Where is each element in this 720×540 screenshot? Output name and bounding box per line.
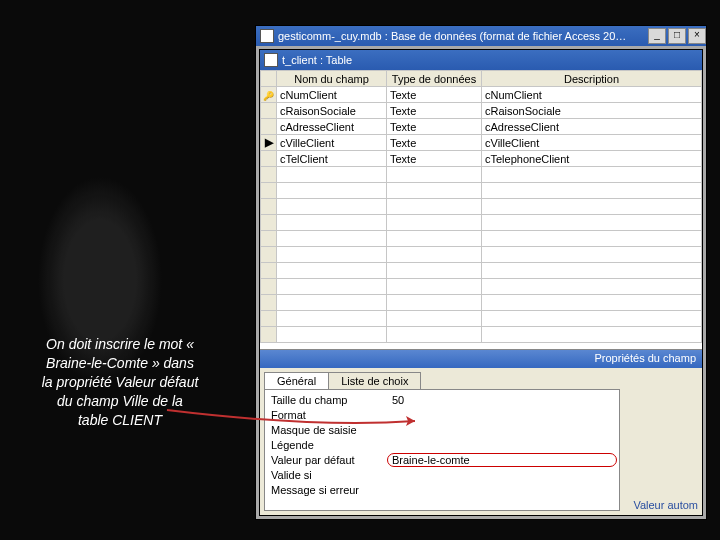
cell-desc[interactable]: cRaisonSociale — [482, 103, 702, 119]
empty-cell[interactable] — [277, 183, 387, 199]
prop-label: Valeur par défaut — [267, 454, 387, 466]
cell-type[interactable]: Texte — [387, 103, 482, 119]
table-icon — [264, 53, 278, 67]
prop-value[interactable] — [387, 444, 617, 446]
corner-cell — [261, 71, 277, 87]
prop-label: Taille du champ — [267, 394, 387, 406]
row-selector[interactable]: 🔑 — [261, 87, 277, 103]
empty-cell[interactable] — [482, 327, 702, 343]
prop-label: Message si erreur — [267, 484, 387, 496]
primary-key-icon: 🔑 — [263, 91, 274, 101]
row-selector[interactable] — [261, 279, 277, 295]
empty-cell[interactable] — [387, 279, 482, 295]
current-row-icon: ▶ — [265, 136, 273, 148]
annotation-text: On doit inscrire le mot « Braine-le-Comt… — [40, 335, 200, 429]
prop-label: Masque de saisie — [267, 424, 387, 436]
prop-value[interactable] — [387, 414, 617, 416]
row-selector[interactable] — [261, 295, 277, 311]
cell-desc[interactable]: cTelephoneClient — [482, 151, 702, 167]
cell-desc[interactable]: cAdresseClient — [482, 119, 702, 135]
row-selector[interactable] — [261, 327, 277, 343]
outer-titlebar: gesticomm-_cuy.mdb : Base de données (fo… — [256, 26, 706, 46]
empty-cell[interactable] — [387, 327, 482, 343]
empty-cell[interactable] — [482, 215, 702, 231]
access-app-icon — [260, 29, 274, 43]
empty-cell[interactable] — [277, 311, 387, 327]
cell-name[interactable]: cVilleClient — [277, 135, 387, 151]
empty-cell[interactable] — [482, 279, 702, 295]
prop-value[interactable] — [387, 429, 617, 431]
properties-pane: Général Liste de choix Taille du champ50… — [260, 368, 702, 515]
cell-type[interactable]: Texte — [387, 135, 482, 151]
empty-cell[interactable] — [387, 183, 482, 199]
empty-cell[interactable] — [277, 327, 387, 343]
prop-label: Format — [267, 409, 387, 421]
cell-desc[interactable]: cNumClient — [482, 87, 702, 103]
empty-cell[interactable] — [387, 231, 482, 247]
row-selector[interactable] — [261, 183, 277, 199]
property-hint: Valeur autom — [620, 368, 702, 515]
col-header-desc[interactable]: Description — [482, 71, 702, 87]
prop-label: Valide si — [267, 469, 387, 481]
prop-value[interactable] — [387, 474, 617, 476]
empty-cell[interactable] — [482, 167, 702, 183]
prop-value[interactable] — [387, 489, 617, 491]
empty-cell[interactable] — [277, 215, 387, 231]
cell-type[interactable]: Texte — [387, 119, 482, 135]
cell-name[interactable]: cAdresseClient — [277, 119, 387, 135]
cell-type[interactable]: Texte — [387, 87, 482, 103]
empty-cell[interactable] — [482, 183, 702, 199]
row-selector[interactable] — [261, 247, 277, 263]
row-selector[interactable] — [261, 167, 277, 183]
empty-cell[interactable] — [482, 263, 702, 279]
empty-cell[interactable] — [482, 199, 702, 215]
row-selector[interactable] — [261, 103, 277, 119]
minimize-button[interactable]: _ — [648, 28, 666, 44]
row-selector[interactable] — [261, 215, 277, 231]
empty-cell[interactable] — [277, 263, 387, 279]
empty-cell[interactable] — [277, 199, 387, 215]
empty-cell[interactable] — [482, 295, 702, 311]
tab-lookup[interactable]: Liste de choix — [328, 372, 421, 389]
empty-cell[interactable] — [277, 247, 387, 263]
empty-cell[interactable] — [482, 231, 702, 247]
empty-cell[interactable] — [387, 199, 482, 215]
properties-list: Taille du champ50FormatMasque de saisieL… — [264, 389, 620, 511]
row-selector[interactable] — [261, 311, 277, 327]
row-selector[interactable] — [261, 151, 277, 167]
maximize-button[interactable]: □ — [668, 28, 686, 44]
field-grid[interactable]: Nom du champ Type de données Description… — [260, 70, 702, 350]
prop-value-default[interactable]: Braine-le-comte — [387, 453, 617, 467]
outer-title-text: gesticomm-_cuy.mdb : Base de données (fo… — [278, 30, 626, 42]
row-selector[interactable] — [261, 231, 277, 247]
empty-cell[interactable] — [387, 215, 482, 231]
empty-cell[interactable] — [387, 263, 482, 279]
row-selector[interactable] — [261, 263, 277, 279]
access-outer-window: gesticomm-_cuy.mdb : Base de données (fo… — [255, 25, 707, 520]
empty-cell[interactable] — [387, 167, 482, 183]
cell-desc[interactable]: cVilleClient — [482, 135, 702, 151]
tab-general[interactable]: Général — [264, 372, 329, 389]
col-header-name[interactable]: Nom du champ — [277, 71, 387, 87]
prop-label: Légende — [267, 439, 387, 451]
cell-name[interactable]: cTelClient — [277, 151, 387, 167]
row-selector[interactable]: ▶ — [261, 135, 277, 151]
col-header-type[interactable]: Type de données — [387, 71, 482, 87]
empty-cell[interactable] — [277, 167, 387, 183]
cell-name[interactable]: cRaisonSociale — [277, 103, 387, 119]
empty-cell[interactable] — [387, 295, 482, 311]
row-selector[interactable] — [261, 119, 277, 135]
prop-value[interactable]: 50 — [387, 393, 617, 407]
empty-cell[interactable] — [482, 311, 702, 327]
empty-cell[interactable] — [387, 311, 482, 327]
empty-cell[interactable] — [277, 279, 387, 295]
empty-cell[interactable] — [387, 247, 482, 263]
empty-cell[interactable] — [482, 247, 702, 263]
table-design-window: t_client : Table Nom du champ Type de do… — [259, 49, 703, 516]
close-button[interactable]: × — [688, 28, 706, 44]
cell-name[interactable]: cNumClient — [277, 87, 387, 103]
row-selector[interactable] — [261, 199, 277, 215]
cell-type[interactable]: Texte — [387, 151, 482, 167]
empty-cell[interactable] — [277, 295, 387, 311]
empty-cell[interactable] — [277, 231, 387, 247]
